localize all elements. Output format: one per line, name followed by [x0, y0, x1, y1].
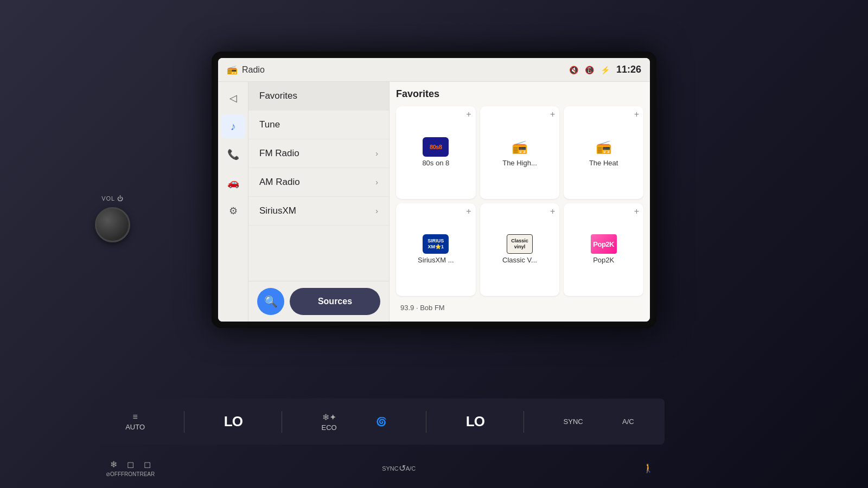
add-classic-icon[interactable]: +: [550, 207, 555, 216]
sidebar: ◁ ♪ 📞 🚗 ⚙: [218, 82, 248, 322]
sources-button[interactable]: Sources: [290, 288, 380, 315]
menu-item-favorites-label: Favorites: [259, 91, 297, 101]
bottom-controls: 🔍 Sources: [248, 281, 389, 322]
logo-80s8: 80s8: [423, 138, 449, 156]
search-icon: 🔍: [264, 295, 278, 308]
passenger-icon: 🚶: [643, 463, 654, 473]
passenger-button[interactable]: 🚶: [643, 463, 654, 473]
favorite-card-high[interactable]: + 📻 The High...: [480, 106, 560, 199]
recirculate-button[interactable]: ↺: [399, 463, 406, 473]
sync-label: SYNC: [564, 418, 583, 426]
menu-item-favorites[interactable]: Favorites: [248, 82, 389, 111]
search-button[interactable]: 🔍: [257, 288, 284, 315]
bluetooth-icon: ⚡: [601, 66, 610, 74]
add-high-icon[interactable]: +: [550, 110, 555, 119]
front-button[interactable]: ◻ FRONT: [121, 459, 139, 477]
menu-item-am-radio[interactable]: AM Radio ›: [248, 168, 389, 197]
sidebar-music[interactable]: ♪: [221, 114, 245, 138]
recirculate-icon: ↺: [399, 463, 406, 473]
label-high: The High...: [502, 159, 537, 167]
left-temp-value: LO: [224, 413, 242, 430]
phone-icon: 📞: [227, 149, 239, 160]
climate-bar: ≡ AUTO LO ❄✦ ECO 🌀 LO SYNC A/C: [95, 399, 665, 445]
climate-fan[interactable]: 🌀: [376, 416, 387, 427]
favorites-grid: + 80s8 80s on 8 + 📻 The H: [396, 106, 643, 296]
label-classicv: Classic V...: [502, 256, 537, 264]
rear-label: REAR: [139, 471, 155, 477]
screen-bezel: 📻 Radio 🔇 📵 ⚡ 11:26 ◁: [212, 52, 656, 328]
logo-classicv: Classicvinyl: [507, 235, 533, 253]
logo-siriusxm: SIRIUSXM⭐1: [423, 235, 449, 253]
auto-label: AUTO: [125, 423, 145, 431]
logo-high: 📻: [507, 138, 533, 156]
menu-item-tune-label: Tune: [259, 119, 280, 130]
ac-label: A/C: [622, 418, 634, 426]
menu-item-sirius-label: SiriusXM: [259, 206, 296, 216]
menu-item-am-label: AM Radio: [259, 177, 300, 188]
bottom-buttons-row: ❄ ⊘OFF ◻ FRONT ◻ REAR SYNC ↺ A/C 🚶: [95, 459, 665, 477]
add-sirius-icon[interactable]: +: [466, 207, 471, 216]
logo-heat: 📻: [591, 138, 617, 156]
radio-icon: 📻: [227, 65, 238, 75]
climate-right-temp[interactable]: LO: [466, 413, 484, 430]
sidebar-car[interactable]: 🚗: [221, 171, 245, 195]
defrost-off-label: ⊘OFF: [106, 471, 121, 477]
sync-button-bottom[interactable]: SYNC: [382, 465, 399, 472]
front-label: FRONT: [121, 471, 139, 477]
right-temp-value: LO: [466, 413, 484, 430]
add-80s-icon[interactable]: +: [466, 110, 471, 119]
front-icon: ◻: [127, 459, 134, 470]
dashboard: 📻 Radio 🔇 📵 ⚡ 11:26 ◁: [0, 0, 868, 488]
sirius-chevron-icon: ›: [375, 207, 378, 215]
favorite-card-80s8[interactable]: + 80s8 80s on 8: [396, 106, 476, 199]
sidebar-phone[interactable]: 📞: [221, 143, 245, 166]
ac-button-bottom[interactable]: A/C: [406, 465, 416, 472]
sources-label: Sources: [318, 297, 352, 306]
logo-pop2k: Pop2K: [591, 235, 617, 253]
menu-list: Favorites Tune FM Radio › AM Radio ›: [248, 82, 389, 281]
label-pop2k: Pop2K: [593, 256, 614, 264]
volume-area: VOL ⏻: [95, 195, 130, 242]
climate-eco[interactable]: ❄✦ ECO: [322, 412, 337, 432]
header-title: Radio: [242, 65, 265, 75]
menu-item-tune[interactable]: Tune: [248, 111, 389, 139]
favorite-card-classicv[interactable]: + Classicvinyl Classic V...: [480, 203, 560, 296]
am-chevron-icon: ›: [375, 178, 378, 187]
music-icon: ♪: [231, 120, 236, 133]
sidebar-settings[interactable]: ⚙: [221, 199, 245, 223]
header: 📻 Radio 🔇 📵 ⚡ 11:26: [218, 58, 650, 82]
right-panel: Favorites + 80s8 80s on 8 +: [390, 82, 650, 322]
now-playing-text: 93.9 · Bob FM: [400, 304, 445, 312]
screen: 📻 Radio 🔇 📵 ⚡ 11:26 ◁: [218, 58, 650, 322]
favorite-card-heat[interactable]: + 📻 The Heat: [564, 106, 643, 199]
menu-item-siriusxm[interactable]: SiriusXM ›: [248, 197, 389, 226]
rear-button[interactable]: ◻ REAR: [139, 459, 155, 477]
eco-label: ECO: [322, 423, 337, 432]
divider-4: [524, 411, 524, 433]
climate-auto[interactable]: ≡ AUTO: [125, 412, 145, 431]
defrost-off-icon: ❄: [110, 459, 117, 470]
climate-left-temp[interactable]: LO: [224, 413, 242, 430]
climate-sync[interactable]: SYNC: [564, 418, 583, 426]
favorite-card-siriusxm[interactable]: + SIRIUSXM⭐1 SiriusXM ...: [396, 203, 476, 296]
sync-bottom-label: SYNC: [382, 465, 399, 472]
label-siriusxm: SiriusXM ...: [418, 256, 454, 264]
now-playing-bar: 93.9 · Bob FM: [396, 300, 643, 315]
volume-knob[interactable]: [95, 207, 130, 242]
add-pop2k-icon[interactable]: +: [634, 207, 639, 216]
rear-icon: ◻: [144, 459, 151, 470]
back-icon: ◁: [229, 92, 237, 104]
clock: 11:26: [616, 64, 641, 75]
sidebar-back[interactable]: ◁: [221, 86, 245, 110]
fm-chevron-icon: ›: [375, 149, 378, 158]
ac-bottom-label: A/C: [406, 465, 416, 472]
favorite-card-pop2k[interactable]: + Pop2K Pop2K: [564, 203, 643, 296]
mute-icon: 🔇: [569, 66, 578, 74]
menu-item-fm-radio[interactable]: FM Radio ›: [248, 139, 389, 168]
add-heat-icon[interactable]: +: [634, 110, 639, 119]
menu-item-fm-label: FM Radio: [259, 148, 299, 159]
climate-ac[interactable]: A/C: [622, 418, 634, 426]
header-left: 📻 Radio: [227, 65, 265, 75]
label-80s8: 80s on 8: [422, 159, 449, 167]
defrost-off-button[interactable]: ❄ ⊘OFF: [106, 459, 121, 477]
